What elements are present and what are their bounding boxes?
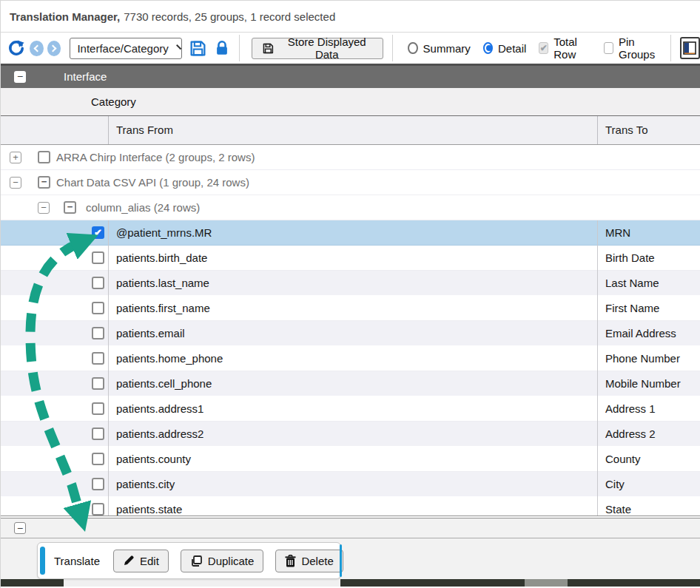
table-row[interactable]: patients.first_nameFirst Name <box>1 296 700 321</box>
toolbar-separator <box>392 35 393 61</box>
nav-forward-button[interactable] <box>47 41 61 56</box>
toolbar: Interface/Category Store Displayed Dat <box>1 33 700 64</box>
row-checkbox[interactable] <box>92 277 104 289</box>
row-checkbox[interactable] <box>92 503 104 516</box>
row-checkbox[interactable] <box>92 428 104 440</box>
table-row[interactable]: patients.birth_dateBirth Date <box>1 246 700 271</box>
tree-toggle-icon[interactable]: + <box>10 152 21 163</box>
trans-from-column-header[interactable]: Trans From <box>108 116 596 144</box>
table-row[interactable]: patients.address1Address 1 <box>1 396 700 422</box>
lock-button[interactable] <box>214 39 230 57</box>
trans-from-cell: patients.county <box>108 447 596 472</box>
background-window-strip <box>525 579 568 587</box>
background-window-strip <box>64 579 340 587</box>
table-row[interactable]: ✔@patient_mrns.MRMRN <box>1 220 700 246</box>
table-row[interactable]: patients.address2Address 2 <box>1 422 700 447</box>
table-row[interactable]: patients.cell_phoneMobile Number <box>1 371 700 396</box>
refresh-button[interactable] <box>7 38 26 58</box>
toolbar-separator <box>239 35 240 61</box>
trans-from-cell: patients.first_name <box>108 296 596 321</box>
split-panel-icon <box>682 41 697 55</box>
row-checkbox[interactable] <box>92 302 104 314</box>
row-checkbox[interactable] <box>92 251 104 264</box>
trans-to-column-header[interactable]: Trans To <box>597 116 700 144</box>
trans-from-cell: patients.address2 <box>108 422 596 447</box>
row-checkbox[interactable] <box>92 352 104 365</box>
trans-from-cell: patients.email <box>108 321 596 346</box>
table-row[interactable]: patients.countyCounty <box>1 447 700 472</box>
column-header-row: Trans From Trans To <box>1 116 700 145</box>
row-checkbox[interactable] <box>92 478 104 490</box>
summary-radio[interactable] <box>408 42 417 54</box>
grouping-select-value: Interface/Category <box>77 42 168 55</box>
duplicate-button[interactable]: Duplicate <box>181 550 264 572</box>
refresh-icon <box>7 38 26 58</box>
table-row[interactable]: −−Chart Data CSV API (1 group, 24 rows) <box>1 170 700 195</box>
row-checkbox[interactable] <box>92 327 104 339</box>
trans-from-cell: patients.cell_phone <box>108 371 596 396</box>
trans-from-cell: patients.last_name <box>108 271 596 296</box>
trans-to-cell: State <box>597 497 700 516</box>
record-summary: 7730 records, 25 groups, 1 record select… <box>124 10 335 23</box>
table-row[interactable]: patients.stateState <box>1 497 700 516</box>
row-checkbox[interactable] <box>92 377 104 390</box>
split-panel-button[interactable] <box>680 37 700 59</box>
title-bar: Translation Manager,7730 records, 25 gro… <box>1 1 700 33</box>
trans-to-cell: Mobile Number <box>597 371 700 396</box>
group-row-label: ARRA Chirp Interface (2 groups, 2 rows) <box>56 145 255 169</box>
trans-to-cell: Phone Number <box>597 346 700 371</box>
row-checkbox[interactable]: ✔ <box>92 226 104 239</box>
detail-radio-label: Detail <box>498 42 526 55</box>
nav-forward-icon <box>50 44 57 52</box>
group-row-label: Chart Data CSV API (1 group, 24 rows) <box>56 170 249 195</box>
table-row[interactable]: patients.emailEmail Address <box>1 321 700 346</box>
store-displayed-data-label: Store Displayed Data <box>280 36 373 61</box>
table-row[interactable]: +ARRA Chirp Interface (2 groups, 2 rows) <box>1 145 700 170</box>
table-row[interactable]: patients.last_nameLast Name <box>1 271 700 296</box>
translate-label: Translate <box>54 555 100 567</box>
delete-button-label: Delete <box>301 555 333 567</box>
nav-back-icon <box>34 44 41 52</box>
row-checkbox[interactable] <box>38 151 50 163</box>
save-button[interactable] <box>189 39 207 58</box>
total-row-checkbox[interactable]: ✔ <box>539 42 548 54</box>
collapse-bottom-panel-button[interactable]: − <box>14 522 26 534</box>
background-window-strip <box>568 579 700 587</box>
store-displayed-data-button[interactable]: Store Displayed Data <box>252 38 383 59</box>
tree-toggle-icon[interactable]: − <box>10 177 21 189</box>
grouping-select[interactable]: Interface/Category <box>70 38 182 59</box>
nav-back-button[interactable] <box>30 41 44 56</box>
trans-to-cell: City <box>597 472 700 497</box>
category-group-header: Category <box>1 88 700 116</box>
translate-toolbar: Translate Edit Duplicate <box>37 542 341 579</box>
summary-radio-label: Summary <box>423 42 471 55</box>
group-row-label: column_alias (24 rows) <box>86 195 200 220</box>
trans-from-cell: patients.address1 <box>108 396 596 422</box>
trans-to-cell: Email Address <box>597 321 700 346</box>
interface-header-label: Interface <box>64 66 107 88</box>
row-checkbox[interactable] <box>92 453 104 465</box>
collapse-interface-button[interactable]: − <box>14 71 26 83</box>
view-options: Summary Detail ✔ Total Row Pin Groups <box>408 36 669 61</box>
detail-radio[interactable] <box>483 42 493 54</box>
edit-button[interactable]: Edit <box>113 550 169 572</box>
trans-to-cell: Last Name <box>597 271 700 296</box>
grid-rows: +ARRA Chirp Interface (2 groups, 2 rows)… <box>1 145 700 516</box>
delete-button[interactable]: Delete <box>275 550 343 572</box>
row-checkbox[interactable] <box>92 402 104 415</box>
trans-from-cell: patients.city <box>108 472 596 497</box>
total-row-label: Total Row <box>553 36 591 61</box>
tree-toggle-icon[interactable]: − <box>38 202 50 214</box>
pencil-icon <box>123 555 135 567</box>
trans-to-cell: County <box>597 447 700 472</box>
table-row[interactable]: patients.cityCity <box>1 472 700 497</box>
table-row[interactable]: patients.home_phonePhone Number <box>1 346 700 371</box>
trans-to-cell: Address 2 <box>597 422 700 447</box>
store-disk-icon <box>262 41 275 55</box>
row-checkbox[interactable]: − <box>38 176 50 189</box>
pin-groups-checkbox[interactable] <box>604 42 613 54</box>
trans-to-cell: Birth Date <box>597 246 700 271</box>
table-row[interactable]: −−column_alias (24 rows) <box>1 195 700 220</box>
page-title: Translation Manager, <box>10 10 120 23</box>
row-checkbox[interactable]: − <box>64 201 76 214</box>
